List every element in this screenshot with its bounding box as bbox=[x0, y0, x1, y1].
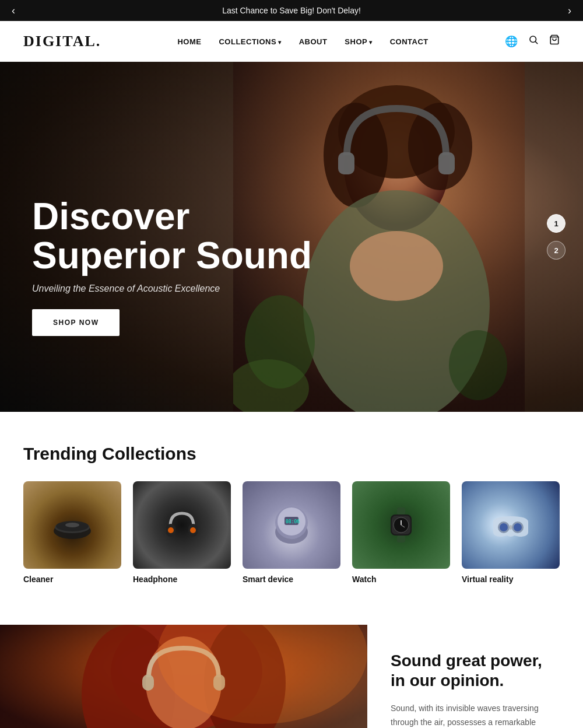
collection-vr[interactable]: Virtual reality bbox=[462, 481, 560, 584]
cart-button[interactable] bbox=[549, 34, 560, 48]
main-nav: HOME COLLECTIONS▾ ABOUT SHOP▾ CONTACT bbox=[177, 36, 428, 47]
watch-label: Watch bbox=[352, 575, 450, 584]
shop-chevron-icon: ▾ bbox=[369, 39, 373, 46]
headphone-image bbox=[133, 481, 231, 569]
cleaner-label: Cleaner bbox=[23, 575, 121, 584]
svg-line-1 bbox=[535, 41, 537, 43]
svg-point-6 bbox=[324, 103, 388, 208]
announcement-next-button[interactable]: › bbox=[568, 5, 571, 17]
nav-link-shop[interactable]: SHOP▾ bbox=[345, 37, 372, 46]
svg-point-18 bbox=[65, 523, 79, 527]
header: DIGITAL. HOME COLLECTIONS▾ ABOUT SHOP▾ C… bbox=[0, 21, 583, 62]
svg-point-37 bbox=[500, 523, 508, 531]
hero-page-1[interactable]: 1 bbox=[547, 214, 566, 233]
svg-point-11 bbox=[350, 231, 443, 301]
feature-body-text: Sound, with its invisible waves traversi… bbox=[391, 702, 560, 728]
hero-pagination: 1 2 bbox=[547, 214, 566, 260]
nav-link-about[interactable]: ABOUT bbox=[299, 37, 328, 46]
search-icon bbox=[528, 36, 539, 47]
announcement-text: Last Chance to Save Big! Don't Delay! bbox=[222, 6, 361, 15]
feature-text-block: Sound great power, in our opinion. Sound… bbox=[367, 625, 583, 728]
logo[interactable]: DIGITAL. bbox=[23, 33, 101, 50]
announcement-prev-button[interactable]: ‹ bbox=[12, 5, 15, 17]
nav-item-about[interactable]: ABOUT bbox=[299, 36, 328, 47]
vr-label: Virtual reality bbox=[462, 575, 560, 584]
svg-point-22 bbox=[190, 527, 196, 533]
headphone-label: Headphone bbox=[133, 575, 231, 584]
header-icons: 🌐 bbox=[505, 34, 560, 48]
hero-content: Discover Superior Sound Unveiling the Es… bbox=[32, 197, 353, 336]
collections-grid: Cleaner Headphone bbox=[23, 481, 560, 584]
nav-item-shop[interactable]: SHOP▾ bbox=[345, 36, 372, 47]
trending-collections-section: Trending Collections Cleaner bbox=[0, 412, 583, 607]
svg-point-7 bbox=[408, 103, 472, 190]
svg-rect-45 bbox=[142, 674, 154, 691]
shop-now-button[interactable]: SHOP NOW bbox=[32, 309, 120, 336]
cart-icon bbox=[549, 36, 560, 47]
svg-rect-29 bbox=[397, 536, 405, 542]
nav-item-home[interactable]: HOME bbox=[177, 36, 201, 47]
watch-image bbox=[352, 481, 450, 569]
smartdevice-image: 08:06 bbox=[243, 481, 340, 569]
svg-rect-8 bbox=[338, 152, 354, 174]
nav-item-collections[interactable]: COLLECTIONS▾ bbox=[219, 36, 281, 47]
nav-link-home[interactable]: HOME bbox=[177, 37, 201, 46]
hero-subtitle: Unveiling the Essence of Acoustic Excell… bbox=[32, 284, 353, 294]
hero-page-2[interactable]: 2 bbox=[547, 241, 566, 260]
vr-image bbox=[462, 481, 560, 569]
svg-rect-9 bbox=[438, 152, 455, 174]
collection-smartdevice[interactable]: 08:06 Smart device bbox=[243, 481, 340, 584]
hero-section: Discover Superior Sound Unveiling the Es… bbox=[0, 62, 583, 412]
collection-watch[interactable]: Watch bbox=[352, 481, 450, 584]
globe-button[interactable]: 🌐 bbox=[505, 35, 518, 48]
globe-icon: 🌐 bbox=[505, 36, 518, 47]
cleaner-image bbox=[23, 481, 121, 569]
smartdevice-label: Smart device bbox=[243, 575, 340, 584]
nav-link-contact[interactable]: CONTACT bbox=[390, 37, 429, 46]
hero-title: Discover Superior Sound bbox=[32, 197, 353, 275]
nav-link-collections[interactable]: COLLECTIONS▾ bbox=[219, 37, 281, 46]
trending-title: Trending Collections bbox=[23, 444, 560, 464]
svg-text:08:06: 08:06 bbox=[286, 519, 300, 524]
feature-image bbox=[0, 625, 367, 728]
svg-rect-28 bbox=[397, 508, 405, 514]
nav-item-contact[interactable]: CONTACT bbox=[390, 36, 429, 47]
svg-point-38 bbox=[514, 523, 522, 531]
svg-point-21 bbox=[168, 527, 174, 533]
collections-chevron-icon: ▾ bbox=[278, 39, 282, 46]
svg-rect-39 bbox=[510, 525, 512, 530]
announcement-bar: ‹ Last Chance to Save Big! Don't Delay! … bbox=[0, 0, 583, 21]
collection-cleaner[interactable]: Cleaner bbox=[23, 481, 121, 584]
feature-heading: Sound great power, in our opinion. bbox=[391, 651, 560, 690]
search-button[interactable] bbox=[528, 34, 539, 48]
svg-point-13 bbox=[449, 330, 507, 400]
collection-headphone[interactable]: Headphone bbox=[133, 481, 231, 584]
feature-section: Sound great power, in our opinion. Sound… bbox=[0, 625, 583, 728]
